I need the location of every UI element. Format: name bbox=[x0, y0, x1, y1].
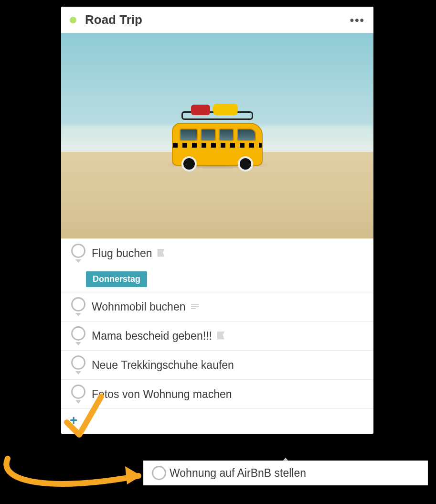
task-label: Wohnmobil buchen bbox=[90, 300, 185, 313]
task-checkbox[interactable] bbox=[152, 466, 166, 480]
task-list: Flug buchen Donnerstag Wohnmobil buchen … bbox=[61, 238, 373, 434]
due-date-badge[interactable]: Donnerstag bbox=[86, 271, 147, 287]
task-checkbox[interactable] bbox=[71, 244, 85, 258]
task-label: Fotos von Wohnung machen bbox=[90, 388, 232, 401]
task-label: Mama bescheid geben!!! bbox=[90, 330, 212, 343]
task-row[interactable]: Mama bescheid geben!!! bbox=[61, 321, 373, 350]
svg-marker-0 bbox=[125, 466, 141, 484]
project-title: Road Trip bbox=[85, 12, 350, 27]
task-checkbox[interactable] bbox=[71, 297, 85, 311]
task-checkbox[interactable] bbox=[71, 385, 85, 399]
project-card: Road Trip ••• bbox=[61, 7, 373, 434]
task-row[interactable]: Wohnmobil buchen bbox=[61, 292, 373, 321]
flag-icon[interactable] bbox=[217, 332, 225, 340]
note-icon bbox=[191, 304, 199, 309]
task-checkbox[interactable] bbox=[71, 326, 85, 341]
add-task-button[interactable]: + bbox=[61, 408, 373, 434]
flag-icon[interactable] bbox=[157, 249, 166, 257]
status-dot-icon bbox=[70, 17, 76, 23]
cover-image bbox=[61, 33, 373, 238]
task-row[interactable]: Fotos von Wohnung machen bbox=[61, 379, 373, 408]
task-checkbox[interactable] bbox=[71, 355, 85, 370]
arrow-annotation-icon bbox=[6, 459, 138, 484]
more-menu-button[interactable]: ••• bbox=[350, 13, 365, 27]
drag-handle-icon[interactable] bbox=[283, 458, 288, 461]
task-label: Flug buchen bbox=[90, 247, 152, 260]
task-label: Wohnung auf AirBnB stellen bbox=[170, 467, 306, 480]
bus-illustration-icon bbox=[172, 123, 263, 166]
card-header: Road Trip ••• bbox=[61, 7, 373, 33]
drag-handle-icon[interactable] bbox=[75, 400, 81, 404]
drag-handle-icon[interactable] bbox=[75, 313, 81, 316]
drag-handle-icon[interactable] bbox=[75, 371, 81, 375]
drag-handle-icon[interactable] bbox=[75, 259, 81, 263]
drag-handle-icon[interactable] bbox=[75, 342, 81, 345]
task-row[interactable]: Neue Trekkingschuhe kaufen bbox=[61, 350, 373, 379]
task-label: Neue Trekkingschuhe kaufen bbox=[90, 359, 234, 372]
dragged-task-row[interactable]: Wohnung auf AirBnB stellen bbox=[143, 461, 428, 485]
task-row[interactable]: Flug buchen Donnerstag bbox=[61, 238, 373, 292]
